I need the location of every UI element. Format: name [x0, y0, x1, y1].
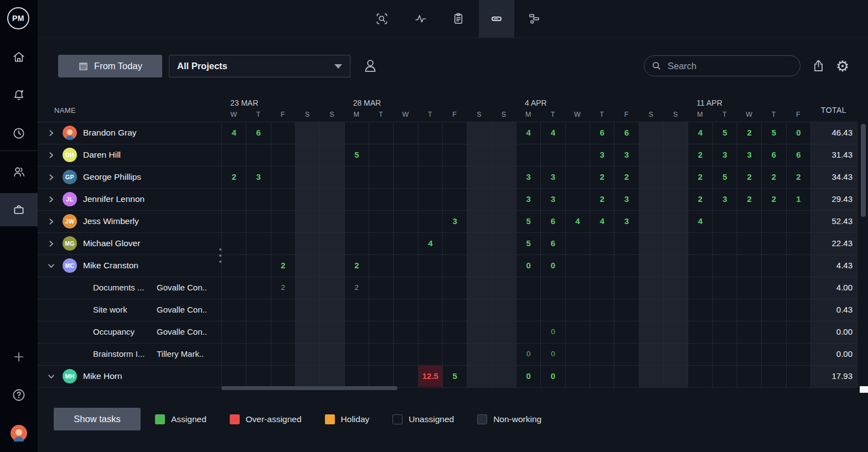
- grid-cell[interactable]: 2: [271, 277, 295, 299]
- grid-cell[interactable]: 6: [762, 144, 786, 166]
- expand-chevron[interactable]: [47, 372, 55, 381]
- grid-cell[interactable]: 5: [345, 144, 369, 166]
- grid-cell[interactable]: 4: [688, 122, 712, 144]
- expand-chevron[interactable]: [47, 173, 55, 181]
- row-total: 0.43: [810, 299, 852, 321]
- panel-resize-handle[interactable]: [219, 248, 221, 263]
- grid-cell[interactable]: 3: [614, 144, 638, 166]
- grid-cell[interactable]: 4: [222, 122, 246, 144]
- grid-cell[interactable]: 2: [737, 188, 761, 210]
- grid-cell[interactable]: 3: [541, 166, 565, 188]
- grid-cell[interactable]: 0: [516, 365, 540, 387]
- expand-chevron[interactable]: [47, 129, 55, 137]
- expand-chevron[interactable]: [47, 151, 55, 159]
- grid-cell[interactable]: 0: [541, 365, 565, 387]
- grid-cell[interactable]: 3: [541, 188, 565, 210]
- person-row[interactable]: Brandon Gray: [38, 122, 219, 144]
- grid-cell[interactable]: 4: [541, 122, 565, 144]
- grid-cell[interactable]: 5: [443, 365, 467, 387]
- grid-cell[interactable]: 1: [787, 188, 810, 210]
- grid-cell[interactable]: 6: [614, 122, 638, 144]
- grid-cell[interactable]: 3: [713, 144, 737, 166]
- grid-cell[interactable]: 2: [614, 166, 638, 188]
- task-row[interactable]: OccupancyGovalle Con..: [38, 321, 219, 343]
- task-row[interactable]: Site workGovalle Con..: [38, 299, 219, 321]
- grid-cell[interactable]: 2: [222, 166, 246, 188]
- grid-cell[interactable]: 0: [516, 254, 540, 277]
- grid-cell[interactable]: 5: [713, 122, 737, 144]
- grid-cell[interactable]: 6: [541, 210, 565, 232]
- grid-cell[interactable]: 2: [688, 166, 712, 188]
- grid-cell[interactable]: 5: [516, 232, 540, 254]
- vertical-scrollbar[interactable]: [861, 124, 866, 217]
- day-letter: T: [712, 111, 737, 118]
- grid-cell[interactable]: 2: [737, 166, 761, 188]
- person-row[interactable]: DHDaren Hill: [38, 144, 219, 166]
- person-row[interactable]: MHMike Horn: [38, 365, 219, 387]
- grid-cell[interactable]: 6: [787, 144, 810, 166]
- grid-cell[interactable]: 2: [762, 166, 786, 188]
- person-row[interactable]: GPGeorge Phillips: [38, 166, 219, 188]
- date-group-label: 4 APR: [525, 98, 547, 107]
- drag-dot: [219, 254, 221, 257]
- grid-cell[interactable]: 2: [688, 144, 712, 166]
- grid-cell[interactable]: 3: [737, 144, 761, 166]
- grid-cell[interactable]: 2: [787, 166, 810, 188]
- grid-cell[interactable]: 12.5: [418, 366, 442, 387]
- grid-cell[interactable]: 4: [418, 232, 442, 254]
- grid-cell[interactable]: 5: [762, 122, 786, 144]
- grid-cell[interactable]: 3: [713, 188, 737, 210]
- avatar: MH: [63, 369, 77, 383]
- grid-cell[interactable]: 5: [713, 166, 737, 188]
- grid-cell[interactable]: 3: [443, 210, 467, 232]
- person-row[interactable]: JWJess Wimberly: [38, 210, 219, 232]
- task-row[interactable]: Documents ...Govalle Con..: [38, 277, 219, 299]
- person-row[interactable]: JLJennifer Lennon: [38, 188, 219, 210]
- grid-cell[interactable]: 6: [590, 122, 614, 144]
- grid-cell[interactable]: 2: [345, 277, 369, 299]
- grid-cell[interactable]: 0: [541, 343, 565, 365]
- task-row[interactable]: Brainstorm I...Tillery Mark..: [38, 343, 219, 365]
- grid-cell[interactable]: 6: [246, 122, 270, 144]
- task-name: Occupancy: [93, 321, 135, 343]
- day-letter: T: [369, 111, 393, 118]
- chevron-down-icon: [47, 262, 55, 270]
- row-total: 31.43: [810, 144, 852, 166]
- grid-cell[interactable]: 2: [737, 122, 761, 144]
- person-name: Jess Wimberly: [83, 210, 139, 232]
- expand-chevron[interactable]: [47, 262, 55, 270]
- row-total: 52.43: [810, 210, 852, 232]
- grid-cell[interactable]: 2: [345, 254, 369, 277]
- show-tasks-button[interactable]: Show tasks: [54, 408, 141, 430]
- grid-cell[interactable]: 4: [516, 122, 540, 144]
- grid-cell[interactable]: 3: [590, 144, 614, 166]
- person-row[interactable]: MCMike Cranston: [38, 254, 219, 277]
- grid-cell[interactable]: 0: [541, 254, 565, 277]
- grid-cell[interactable]: 0: [787, 122, 810, 144]
- grid-cell[interactable]: 3: [516, 166, 540, 188]
- expand-chevron[interactable]: [47, 195, 55, 204]
- horizontal-scrollbar[interactable]: [221, 386, 397, 390]
- chevron-right-icon: [47, 151, 55, 159]
- grid-cell[interactable]: 3: [614, 210, 638, 232]
- expand-chevron[interactable]: [47, 240, 55, 248]
- grid-cell[interactable]: 2: [688, 188, 712, 210]
- grid-cell[interactable]: 3: [516, 188, 540, 210]
- grid-cell[interactable]: 4: [590, 210, 614, 232]
- expand-chevron[interactable]: [47, 217, 55, 226]
- grid-cell[interactable]: 3: [246, 166, 270, 188]
- grid-cell[interactable]: 2: [762, 188, 786, 210]
- grid-cell[interactable]: 4: [566, 210, 590, 232]
- grid-cell[interactable]: 0: [541, 321, 565, 343]
- non-working-swatch: [477, 414, 487, 424]
- grid-cell[interactable]: 2: [590, 166, 614, 188]
- grid-cell[interactable]: 5: [516, 210, 540, 232]
- person-row[interactable]: MGMichael Glover: [38, 232, 219, 254]
- grid-cell[interactable]: 6: [541, 232, 565, 254]
- grid-cell[interactable]: 0: [516, 343, 540, 365]
- grid-cell[interactable]: 2: [271, 254, 295, 277]
- grid-cell[interactable]: 3: [614, 188, 638, 210]
- grid-cell[interactable]: 4: [688, 210, 712, 232]
- grid-cell[interactable]: 2: [590, 188, 614, 210]
- legend-item-non-working: Non-working: [477, 414, 541, 424]
